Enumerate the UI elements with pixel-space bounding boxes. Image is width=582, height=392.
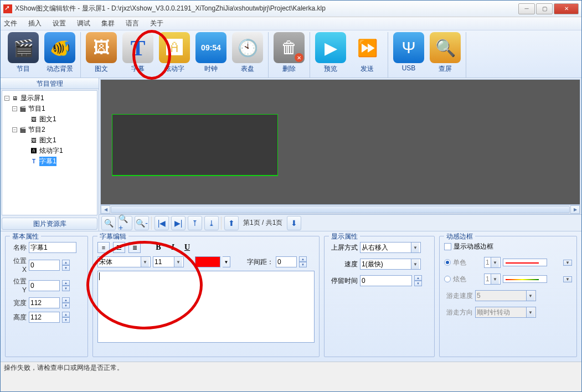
- tool-preview[interactable]: ▶ 预览: [312, 32, 349, 74]
- menu-file[interactable]: 文件: [4, 19, 17, 28]
- last-page-button[interactable]: ▶|: [171, 216, 186, 230]
- tool-dial[interactable]: 🕙 表盘: [229, 32, 266, 74]
- menu-insert[interactable]: 插入: [28, 19, 42, 28]
- stay-spinner[interactable]: ▲▼: [414, 275, 422, 286]
- text-color-swatch[interactable]: [195, 256, 220, 267]
- clapperboard-icon: 🎬: [8, 32, 39, 63]
- menu-settings[interactable]: 设置: [53, 19, 66, 28]
- width-spinner[interactable]: ▲▼: [62, 297, 70, 308]
- tool-check[interactable]: 🔍 查屏: [427, 32, 463, 74]
- zoom-fit-button[interactable]: 🔍: [101, 216, 116, 230]
- tree-prog2-item3[interactable]: T字幕1: [4, 156, 95, 167]
- bold-button[interactable]: B: [153, 243, 164, 252]
- collapse-icon[interactable]: −: [12, 127, 17, 132]
- tool-delete[interactable]: 🗑 删除: [271, 32, 307, 74]
- picture-icon: 🖼: [86, 32, 117, 63]
- spacing-spinner[interactable]: ▲▼: [299, 256, 307, 267]
- titlebar: XShow图文编辑软件 - 显示屏1 - D:\rjxz\Xshow_V3.0.…: [1, 1, 581, 17]
- tool-cooltext[interactable]: 🅰 炫动字: [156, 32, 193, 74]
- next-page-button[interactable]: ⬇: [287, 216, 301, 230]
- multi-width-combo[interactable]: 1▼: [484, 274, 501, 285]
- send-icon: ⏩: [352, 32, 383, 63]
- posy-spinner[interactable]: ▲▼: [62, 280, 70, 291]
- tree-prog2[interactable]: −🎬节目2: [4, 125, 95, 135]
- tree-prog2-item2[interactable]: 🅰炫动字1: [4, 146, 95, 156]
- picture-icon: 🖼: [30, 137, 38, 145]
- toolbar: 🎬 节目 🐠 动态背景 🖼 图文 T 字幕 🅰 炫动字 09:54 时钟 🕙 表…: [1, 30, 581, 78]
- tree-prog1-item1[interactable]: 🖼图文1: [4, 114, 95, 125]
- stay-input[interactable]: [360, 275, 412, 286]
- tree-prog2-item1[interactable]: 🖼图文1: [4, 135, 95, 146]
- multi-color-radio[interactable]: [444, 276, 451, 282]
- scroll-left-icon[interactable]: ◀: [101, 205, 110, 214]
- fish-icon: 🐠: [44, 32, 75, 63]
- menu-debug[interactable]: 调试: [77, 19, 90, 28]
- resource-library-button[interactable]: 图片资源库: [2, 218, 97, 230]
- speed-combo[interactable]: 1(最快)▼: [360, 259, 421, 270]
- collapse-icon[interactable]: −: [12, 106, 17, 111]
- mode-combo[interactable]: 从右移入▼: [360, 242, 421, 253]
- preview-canvas[interactable]: [100, 79, 580, 205]
- fontsize-combo[interactable]: 11▼: [153, 256, 184, 267]
- tool-animbg[interactable]: 🐠 动态背景: [42, 32, 78, 74]
- border-speed-combo[interactable]: 5▼: [475, 290, 536, 301]
- posy-input[interactable]: [29, 280, 60, 291]
- single-color-radio[interactable]: [444, 259, 451, 266]
- align-right-button[interactable]: ≣: [128, 242, 141, 253]
- minimize-button[interactable]: ─: [518, 3, 535, 14]
- program-tree[interactable]: −🖥显示屏1 −🎬节目1 🖼图文1 −🎬节目2 🖼图文1 🅰炫动字1 T字幕1: [2, 90, 97, 215]
- width-input[interactable]: [29, 297, 60, 308]
- single-width-combo[interactable]: 1▼: [484, 257, 501, 268]
- underline-button[interactable]: U: [182, 243, 193, 252]
- basic-fieldset: 基本属性 名称 位置X▲▼ 位置Y▲▼ 宽度▲▼ 高度▲▼: [5, 236, 88, 357]
- tool-caption[interactable]: T 字幕: [120, 32, 156, 74]
- tool-imgtext[interactable]: 🖼 图文: [83, 32, 120, 74]
- tree-prog1[interactable]: −🎬节目1: [4, 104, 95, 114]
- single-color-preview[interactable]: [503, 259, 547, 266]
- menu-language[interactable]: 语言: [126, 19, 139, 28]
- height-spinner[interactable]: ▲▼: [62, 312, 70, 323]
- spacing-input[interactable]: [276, 256, 297, 267]
- collapse-icon[interactable]: −: [4, 96, 9, 101]
- tool-program[interactable]: 🎬 节目: [5, 32, 42, 74]
- align-center-button[interactable]: ☰: [113, 242, 125, 253]
- menu-about[interactable]: 关于: [150, 19, 163, 28]
- italic-button[interactable]: I: [167, 243, 178, 252]
- caption-region[interactable]: [112, 114, 278, 176]
- posx-spinner[interactable]: ▲▼: [62, 260, 70, 271]
- scroll-right-icon[interactable]: ▶: [570, 205, 580, 214]
- multi-color-preview[interactable]: [503, 275, 547, 283]
- zoom-out-button[interactable]: 🔍-: [135, 216, 149, 230]
- top-button[interactable]: ⤒: [188, 216, 202, 230]
- align-left-button[interactable]: ≡: [97, 242, 110, 253]
- tree-root[interactable]: −🖥显示屏1: [4, 93, 95, 104]
- height-input[interactable]: [29, 312, 60, 323]
- border-dir-combo[interactable]: 顺时针转动▼: [475, 307, 536, 318]
- show-border-checkbox[interactable]: [444, 243, 451, 250]
- clapperboard-icon: 🎬: [19, 105, 27, 113]
- statusbar: 操作失败，请检查串口或网络是否正常。: [1, 362, 581, 373]
- text-icon: T: [30, 158, 38, 166]
- close-button[interactable]: ✕: [554, 3, 579, 14]
- tool-usb[interactable]: Ψ USB: [390, 32, 427, 72]
- menubar: 文件 插入 设置 调试 集群 语言 关于: [1, 17, 581, 30]
- scroll-thumb[interactable]: [111, 206, 570, 213]
- first-page-button[interactable]: |◀: [154, 216, 169, 230]
- magnifier-icon: 🔍: [430, 32, 461, 63]
- bottom-button[interactable]: ⤓: [204, 216, 219, 230]
- play-icon: ▶: [315, 32, 346, 63]
- menu-cluster[interactable]: 集群: [101, 19, 115, 28]
- digital-clock-icon: 09:54: [195, 32, 226, 63]
- name-input[interactable]: [29, 242, 76, 253]
- tree-header: 节目管理: [1, 78, 99, 89]
- zoom-in-button[interactable]: 🔍+: [118, 216, 132, 230]
- prev-page-button[interactable]: ⬆: [224, 216, 239, 230]
- font-combo[interactable]: 宋体▼: [97, 256, 151, 267]
- text-color-dropdown[interactable]: ▼: [223, 256, 230, 267]
- posx-input[interactable]: [29, 260, 60, 271]
- maximize-button[interactable]: ▢: [536, 3, 553, 14]
- tool-clock[interactable]: 09:54 时钟: [193, 32, 229, 74]
- tool-send[interactable]: ⏩ 发送: [349, 32, 385, 74]
- horizontal-scrollbar[interactable]: ◀ ▶: [100, 205, 580, 214]
- caption-textarea[interactable]: [97, 271, 315, 343]
